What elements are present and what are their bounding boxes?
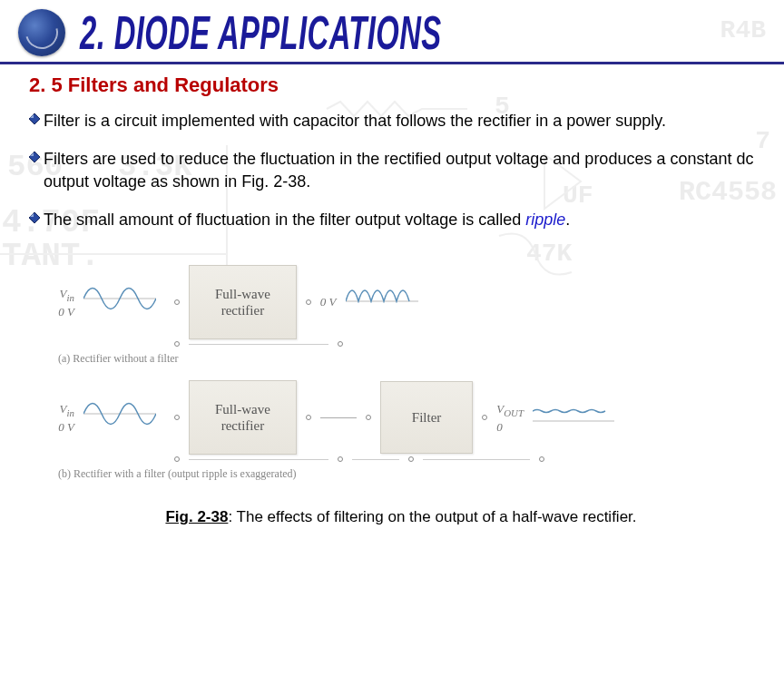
input-sine-wave bbox=[83, 391, 165, 444]
svg-marker-2 bbox=[29, 152, 40, 162]
bullet-icon bbox=[29, 152, 42, 164]
terminal-icon bbox=[482, 415, 487, 420]
page-header: 2. DIODE APPLICATIONS bbox=[0, 0, 784, 64]
rectifier-block: Full-waverectifier bbox=[189, 380, 297, 455]
zero-label: 0 V bbox=[320, 295, 337, 309]
zero-label: 0 V bbox=[58, 420, 74, 434]
section-body: 2. 5 Filters and Regulators Filter is a … bbox=[0, 64, 784, 256]
bullet-text: Filter is a circuit implemented with cap… bbox=[44, 110, 666, 132]
rectifier-block: Full-waverectifier bbox=[189, 265, 297, 339]
svg-marker-0 bbox=[29, 113, 40, 124]
filter-block: Filter bbox=[380, 381, 474, 454]
logo-icon bbox=[18, 9, 65, 56]
svg-marker-4 bbox=[29, 212, 40, 223]
terminal-icon bbox=[174, 341, 180, 347]
page-title: 2. DIODE APPLICATIONS bbox=[80, 6, 442, 60]
terminal-icon bbox=[539, 456, 544, 462]
vin-label: Vin bbox=[60, 287, 74, 300]
sub-caption-b: (b) Rectifier with a filter (output ripp… bbox=[58, 467, 748, 481]
zero-label: 0 V bbox=[58, 305, 74, 318]
terminal-icon bbox=[174, 299, 180, 305]
terminal-icon bbox=[174, 415, 180, 420]
ripple-output-wave bbox=[533, 407, 614, 428]
figure-caption: Fig. 2-38: The effects of filtering on t… bbox=[54, 508, 748, 526]
vin-label: Vin bbox=[60, 402, 74, 416]
rectified-wave bbox=[346, 276, 427, 328]
wire bbox=[320, 417, 357, 418]
terminal-icon bbox=[306, 299, 311, 305]
section-heading: 2. 5 Filters and Regulators bbox=[29, 74, 755, 97]
bullet-item: Filters are used to reduce the fluctuati… bbox=[29, 148, 755, 192]
bullet-item: Filter is a circuit implemented with cap… bbox=[29, 110, 755, 132]
bullet-text: The small amount of fluctuation in the f… bbox=[44, 209, 570, 230]
figure-2-38: Vin 0 V Full-waverectifier 0 V bbox=[54, 265, 748, 526]
terminal-icon bbox=[408, 456, 414, 462]
sub-caption-a: (a) Rectifier without a filter bbox=[58, 352, 748, 366]
terminal-icon bbox=[366, 415, 371, 420]
bullet-item: The small amount of fluctuation in the f… bbox=[29, 209, 755, 230]
vout-label: VOUT bbox=[496, 402, 524, 416]
bullet-icon bbox=[29, 113, 42, 126]
terminal-icon bbox=[338, 341, 343, 347]
bullet-text: Filters are used to reduce the fluctuati… bbox=[44, 148, 755, 192]
terminal-icon bbox=[174, 456, 180, 462]
bullet-icon bbox=[29, 212, 42, 225]
terminal-icon bbox=[306, 415, 311, 420]
keyword-ripple: ripple bbox=[525, 211, 565, 229]
terminal-icon bbox=[338, 456, 343, 462]
input-sine-wave bbox=[83, 276, 165, 328]
zero-label: 0 bbox=[496, 420, 503, 434]
